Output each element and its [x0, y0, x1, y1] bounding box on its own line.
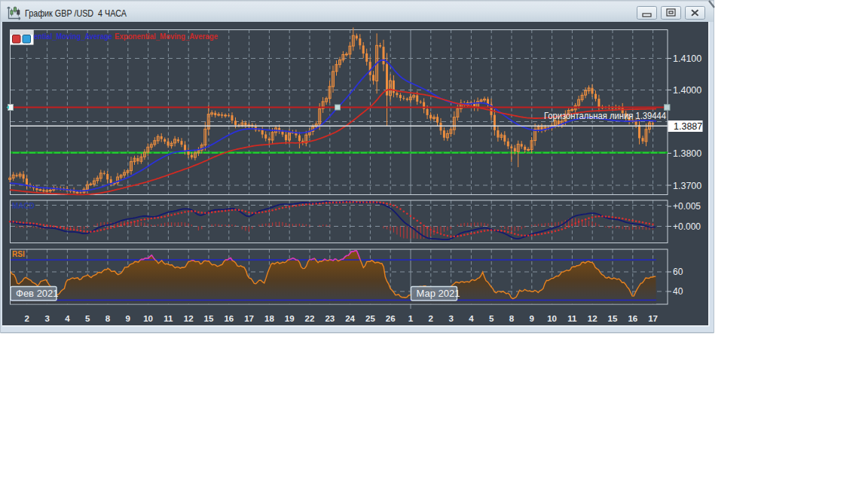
svg-text:40: 40 [673, 286, 683, 297]
svg-text:5: 5 [85, 314, 90, 323]
svg-text:16: 16 [224, 314, 234, 323]
svg-text:26: 26 [386, 314, 396, 323]
svg-text:5: 5 [489, 314, 494, 323]
svg-text:9: 9 [530, 314, 534, 323]
svg-text:1.3700: 1.3700 [673, 181, 701, 191]
svg-text:4: 4 [65, 314, 70, 323]
svg-text:4: 4 [469, 314, 474, 323]
svg-text:ential_Moving_Average: ential_Moving_Average [34, 32, 112, 41]
svg-text:60: 60 [673, 267, 683, 277]
svg-text:15: 15 [204, 314, 214, 323]
svg-text:17: 17 [648, 314, 658, 323]
svg-text:18: 18 [264, 314, 274, 323]
svg-text:22: 22 [305, 314, 315, 323]
svg-text:Фев 2021: Фев 2021 [16, 288, 59, 299]
svg-text:Exponential_Moving_Average: Exponential_Moving_Average [115, 32, 218, 41]
svg-text:25: 25 [365, 314, 375, 323]
svg-text:12: 12 [184, 314, 194, 323]
svg-text:23: 23 [325, 314, 335, 323]
svg-text:11: 11 [164, 314, 173, 323]
svg-text:8: 8 [105, 314, 111, 323]
svg-text:10: 10 [143, 314, 153, 323]
svg-text:+0.000: +0.000 [673, 221, 701, 232]
svg-text:Мар 2021: Мар 2021 [417, 288, 460, 299]
svg-text:1.4100: 1.4100 [673, 53, 701, 64]
svg-text:График GBP /USD 4 ЧАСА: График GBP /USD 4 ЧАСА [25, 8, 127, 19]
svg-text:1.4000: 1.4000 [673, 85, 701, 96]
svg-text:9: 9 [126, 314, 130, 323]
svg-text:2: 2 [25, 314, 29, 323]
svg-text:2: 2 [429, 314, 433, 323]
svg-text:24: 24 [345, 314, 355, 323]
svg-text:16: 16 [628, 314, 637, 323]
svg-text:15: 15 [608, 314, 618, 323]
svg-text:+0.005: +0.005 [673, 201, 701, 212]
svg-text:10: 10 [547, 314, 557, 323]
svg-text:1: 1 [408, 314, 414, 323]
svg-text:17: 17 [244, 314, 254, 323]
svg-text:11: 11 [567, 314, 577, 323]
svg-text:3: 3 [44, 314, 49, 323]
svg-text:RSI: RSI [12, 250, 25, 258]
svg-text:3: 3 [448, 314, 453, 323]
svg-text:12: 12 [588, 314, 598, 323]
svg-text:8: 8 [509, 314, 515, 323]
svg-text:19: 19 [285, 314, 295, 323]
svg-text:MACD: MACD [12, 202, 35, 210]
svg-text:1.3887: 1.3887 [674, 121, 702, 132]
svg-text:1.3800: 1.3800 [673, 148, 701, 159]
svg-text:Горизонтальная линия 1.39444: Горизонтальная линия 1.39444 [544, 110, 666, 121]
